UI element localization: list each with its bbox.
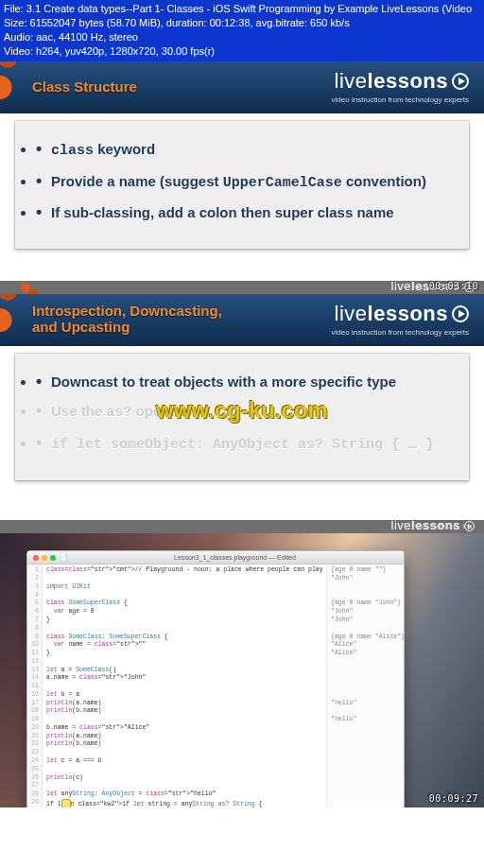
bullet-text: If sub-classing, add a colon then super … xyxy=(51,204,394,220)
doc-icon: 📄 xyxy=(60,553,68,562)
brand-lessons: lessons xyxy=(368,69,448,93)
close-icon[interactable] xyxy=(33,555,39,561)
bullet-text: Downcast to treat objects with a more sp… xyxy=(51,373,396,390)
bullet: Downcast to treat objects with a more sp… xyxy=(36,367,448,397)
bullet-ghost: if let someObject: AnyObject as? String … xyxy=(36,428,448,460)
accent-decor xyxy=(0,61,19,113)
minimize-icon[interactable] xyxy=(42,555,47,561)
media-info-size: Size: 61552047 bytes (58.70 MiB), durati… xyxy=(4,16,480,30)
bullet-text: convention) xyxy=(342,173,426,189)
video-timestamp: 00:03:10 xyxy=(429,281,478,291)
brand-lessons: lessons xyxy=(368,302,448,325)
bullet: If sub-classing, add a colon then super … xyxy=(36,198,448,228)
media-info-file: File: 3.1 Create data types--Part 1- Cla… xyxy=(4,2,480,16)
slide-introspection: livelessons © 2015 Pearson, Inc. 00:03:1… xyxy=(0,281,484,481)
bullet: Provide a name (suggest UpperCamelCase c… xyxy=(36,166,448,199)
media-info-banner: File: 3.1 Create data types--Part 1- Cla… xyxy=(0,0,484,61)
play-icon xyxy=(452,305,469,322)
slide-title-bar: Introspection, Downcasting, and Upcastin… xyxy=(0,294,484,346)
code-editor[interactable]: class=class="str">"cmt">// Playground - … xyxy=(43,564,326,807)
slide-topstrip: livelessons © 2015 Pearson, Inc. 00:03:1… xyxy=(0,281,484,294)
accent-decor xyxy=(0,294,19,346)
slide-class-structure: Class Structure livelessons video instru… xyxy=(0,61,484,249)
macos-desktop: 📄 Lesson3_1_classes.playground — Edited … xyxy=(0,533,484,807)
brand-logo: livelessons video instruction from techn… xyxy=(332,302,469,337)
copyright-text: © 2015 Pearson, Inc. xyxy=(404,522,475,530)
brand-live: live xyxy=(335,302,368,325)
brand-logo: livelessons video instruction from techn… xyxy=(332,69,469,104)
slide-topstrip: livelessons © 2015 Pearson, Inc. xyxy=(0,520,484,533)
code-keyword: UpperCamelCase xyxy=(223,175,342,191)
window-titlebar[interactable]: 📄 Lesson3_1_classes.playground — Edited xyxy=(27,551,404,564)
code-keyword: class xyxy=(51,143,94,159)
bullet-text: keyword xyxy=(94,141,155,157)
play-icon xyxy=(452,73,469,90)
slide-title: Class Structure xyxy=(15,78,137,95)
brand-tagline: video instruction from technology expert… xyxy=(332,328,469,337)
slide-content: class keyword Provide a name (suggest Up… xyxy=(15,121,469,249)
slide-xcode-playground: livelessons © 2015 Pearson, Inc. 📄 Lesso… xyxy=(0,520,484,807)
line-gutter: 1 2 3 4 5 6 7 8 9 10 11 12 13 14 15 16 1… xyxy=(27,564,43,807)
bullet-text: Provide a name (suggest xyxy=(51,173,223,189)
brand-live: live xyxy=(335,69,368,93)
window-title: Lesson3_1_classes.playground — Edited xyxy=(72,553,398,562)
bullet-ghost: Use the as? operator xyxy=(36,396,448,428)
slide-content: Downcast to treat objects with a more sp… xyxy=(15,354,469,481)
results-sidebar: {age 0 name ""} "John" {age 0 name "John… xyxy=(326,564,404,807)
media-info-audio: Audio: aac, 44100 Hz, stereo xyxy=(4,30,480,44)
text-cursor xyxy=(61,799,71,808)
media-info-video: Video: h264, yuv420p, 1280x720, 30.00 fp… xyxy=(4,44,480,59)
slide-title-bar: Class Structure livelessons video instru… xyxy=(0,61,484,113)
traffic-lights[interactable] xyxy=(33,555,56,561)
bullet: class keyword xyxy=(36,134,448,166)
xcode-window[interactable]: 📄 Lesson3_1_classes.playground — Edited … xyxy=(26,550,405,807)
slide-title: Introspection, Downcasting, and Upcastin… xyxy=(15,303,233,335)
video-timestamp: 00:09:27 xyxy=(429,793,478,804)
maximize-icon[interactable] xyxy=(50,555,56,561)
brand-tagline: video instruction from technology expert… xyxy=(332,95,469,104)
